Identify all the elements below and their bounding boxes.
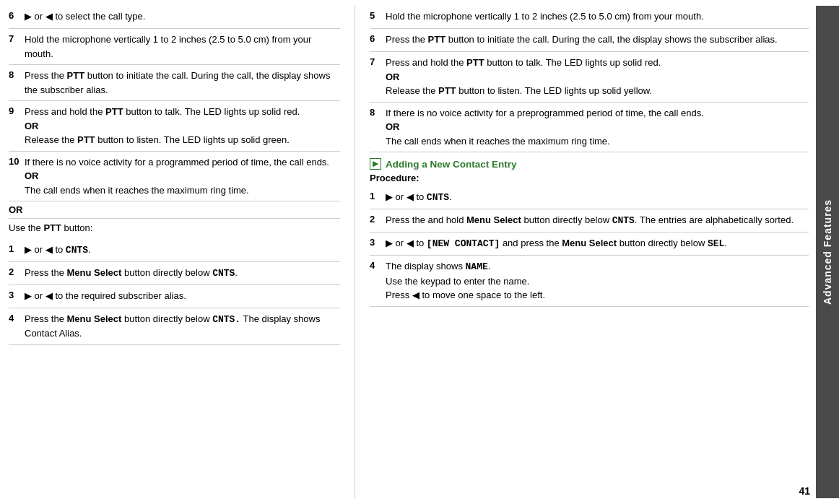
right-sub-step-2-row: 2 Press the and hold Menu Select button … [370,209,809,233]
right-step-7-row: 7 Press and hold the PTT button to talk.… [370,52,809,103]
step-8-num: 8 [9,69,25,80]
sub-step-4-text: Press the Menu Select button directly be… [25,312,340,341]
step-9-row: 9 Press and hold the PTT button to talk.… [9,101,340,152]
or-separator: OR [9,201,340,219]
use-ptt-label: Use the PTT button: [9,219,340,239]
step-10-row: 10 If there is no voice activity for a p… [9,152,340,202]
section-icon: ▶ [370,158,381,170]
sub-step-3-text: ▶ or ◀ to the required subscriber alias. [25,289,340,303]
right-step-7-num: 7 [370,56,386,67]
step-9-num: 9 [9,105,25,116]
right-step-8-row: 8 If there is no voice activity for a pr… [370,103,809,153]
step-10-text: If there is no voice activity for a prog… [25,155,340,198]
procedure-label: Procedure: [370,173,809,183]
right-step-6-text: Press the PTT button to initiate the cal… [386,32,809,47]
sub-step-4-num: 4 [9,312,25,323]
step-7-row: 7 Hold the microphone vertically 1 to 2 … [9,29,340,65]
sub-step-1-num: 1 [9,243,25,254]
step-10-num: 10 [9,155,25,167]
section-title: Adding a New Contact Entry [386,159,517,170]
right-sub-step-1-row: 1 ▶ or ◀ to CNTS. [370,186,809,209]
right-sub-step-3-num: 3 [370,236,386,248]
step-6-text: ▶ or ◀ to select the call type. [25,9,340,24]
left-column: 6 ▶ or ◀ to select the call type. 7 Hold… [9,6,355,498]
right-column: 5 Hold the microphone vertically 1 to 2 … [355,6,816,498]
right-step-7-text: Press and hold the PTT button to talk. T… [386,56,809,98]
sub-step-3-row: 3 ▶ or ◀ to the required subscriber alia… [9,285,340,308]
right-step-5-text: Hold the microphone vertically 1 to 2 in… [386,9,809,24]
right-step-6-num: 6 [370,32,386,44]
right-sub-step-2-text: Press the and hold Menu Select button di… [386,213,809,228]
step-7-text: Hold the microphone vertically 1 to 2 in… [25,32,340,61]
sub-step-2-text: Press the Menu Select button directly be… [25,266,340,281]
right-step-8-num: 8 [370,106,386,118]
step-7-num: 7 [9,32,25,44]
sub-step-2-num: 2 [9,266,25,277]
sub-step-2-row: 2 Press the Menu Select button directly … [9,262,340,285]
step-6-num: 6 [9,9,25,21]
right-sub-step-4-num: 4 [370,259,386,271]
section-header-adding-contact: ▶ Adding a New Contact Entry [370,158,809,170]
step-8-row: 8 Press the PTT button to initiate the c… [9,65,340,101]
right-step-6-row: 6 Press the PTT button to initiate the c… [370,29,809,52]
right-sub-step-3-row: 3 ▶ or ◀ to [NEW CONTACT] and press the … [370,233,809,256]
sub-step-3-num: 3 [9,289,25,300]
right-step-5-row: 5 Hold the microphone vertically 1 to 2 … [370,6,809,29]
step-6-row: 6 ▶ or ◀ to select the call type. [9,6,340,29]
step-8-text: Press the PTT button to initiate the cal… [25,69,340,97]
right-sub-step-3-text: ▶ or ◀ to [NEW CONTACT] and press the Me… [386,236,809,251]
sub-step-4-row: 4 Press the Menu Select button directly … [9,308,340,345]
sub-step-1-text: ▶ or ◀ to CNTS. [25,243,340,258]
right-sub-step-2-num: 2 [370,213,386,225]
main-content: 6 ▶ or ◀ to select the call type. 7 Hold… [0,0,839,504]
right-step-8-text: If there is no voice activity for a prep… [386,106,809,149]
right-sub-step-1-num: 1 [370,190,386,201]
step-9-text: Press and hold the PTT button to talk. T… [25,105,340,147]
right-sub-step-4-text: The display shows NAME. Use the keypad t… [386,259,809,303]
sub-step-1-row: 1 ▶ or ◀ to CNTS. [9,239,340,262]
right-sub-step-4-row: 4 The display shows NAME. Use the keypad… [370,256,809,307]
right-step-5-num: 5 [370,9,386,21]
sidebar: Advanced Features [816,6,839,498]
sidebar-label: Advanced Features [822,199,833,305]
page-number: 41 [799,485,810,497]
right-sub-step-1-text: ▶ or ◀ to CNTS. [386,190,809,205]
